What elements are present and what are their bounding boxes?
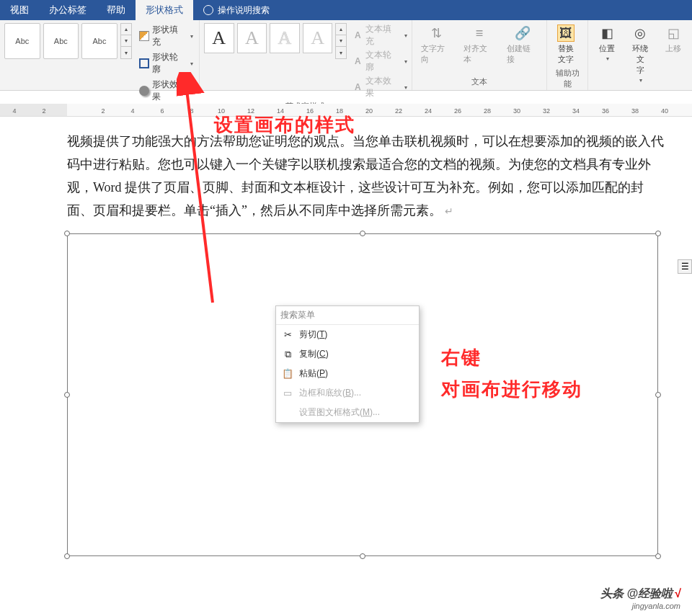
more-icon[interactable]: ▾ [121,47,131,58]
ruler-tick: 8 [190,107,193,115]
annotation-text-1: 设置画布的样式 [214,112,355,138]
wordart-preset-1[interactable]: A [204,23,234,53]
tab-shape-format[interactable]: 形状格式 [136,0,193,20]
align-text-icon: ≡ [471,24,488,42]
checkmark-icon: √ [674,587,680,599]
menu-item-label: 剪切(T) [299,329,327,341]
alt-text-button[interactable]: 🖼替换 文字 [551,23,580,66]
context-menu-item[interactable]: 📋粘贴(P) [276,364,419,383]
menu-item-label: 设置图文框格式(M)... [299,406,380,419]
shape-style-gallery-nav[interactable]: ▴ ▾ ▾ [120,23,132,59]
resize-handle[interactable] [655,231,661,236]
group-label-arrange [593,86,688,89]
text-direction-button[interactable]: ⇅文字方向 [417,23,457,66]
resize-handle[interactable] [64,231,70,236]
group-accessibility: 🖼替换 文字 辅助功能 [547,20,588,90]
align-text-button[interactable]: ≡对齐文本 [459,23,500,66]
context-menu: 搜索菜单 ✂剪切(T)⧉复制(C)📋粘贴(P)▭边框和底纹(B)...设置图文框… [275,305,420,423]
wordart-preset-2[interactable]: A [237,23,267,53]
menu-item-icon: 📋 [282,368,293,380]
context-menu-search[interactable]: 搜索菜单 [276,306,419,325]
chevron-down-icon[interactable]: ▾ [121,35,131,47]
resize-handle[interactable] [360,553,365,559]
shape-fill-button[interactable]: 形状填充▾ [138,23,195,49]
create-link-button[interactable]: 🔗创建链接 [502,23,543,66]
shape-style-preset-1[interactable]: Abc [4,23,40,59]
resize-handle[interactable] [360,231,365,236]
context-menu-item: 设置图文框格式(M)... [276,403,419,422]
chevron-down-icon[interactable]: ▾ [336,35,346,47]
wrap-icon: ◎ [631,24,649,42]
forward-icon: ◱ [665,24,682,42]
tell-me-search[interactable]: 操作说明搜索 [193,0,280,20]
text-fill-icon: A [352,30,363,40]
ruler-tick: 2 [42,107,45,115]
tab-view[interactable]: 视图 [0,0,39,20]
group-label-text: 文本 [417,75,543,89]
text-effect-icon: A [352,82,363,92]
text-direction-icon: ⇅ [428,24,445,42]
position-icon: ◧ [598,24,616,42]
ruler-tick: 30 [513,107,520,115]
ruler-tick: 26 [454,107,461,115]
resize-handle[interactable] [64,392,70,398]
menu-item-icon: ⧉ [282,349,293,360]
tab-office[interactable]: 办公标签 [39,0,97,20]
ruler-tick: 6 [160,107,164,115]
menu-bar: 视图 办公标签 帮助 形状格式 操作说明搜索 [0,0,692,20]
outline-icon [139,58,149,68]
chevron-up-icon[interactable]: ▴ [336,24,346,35]
ruler-tick: 36 [602,107,609,115]
ruler-tick: 24 [425,107,432,115]
group-arrange: ◧位置▾ ◎环绕文 字▾ ◱上移 [588,20,692,90]
group-shape-styles: Abc Abc Abc ▴ ▾ ▾ 形状填充▾ 形状轮廓▾ 形状效果▾ 形状样式 [0,20,200,90]
ruler-tick: 32 [543,107,550,115]
text-effect-button[interactable]: A文本效果▾ [352,75,407,99]
shape-effect-button[interactable]: 形状效果▾ [138,78,195,104]
context-menu-item[interactable]: ⧉复制(C) [276,344,419,364]
ruler-tick: 22 [395,107,402,115]
menu-item-icon: ▭ [282,388,293,399]
ribbon: Abc Abc Abc ▴ ▾ ▾ 形状填充▾ 形状轮廓▾ 形状效果▾ 形状样式… [0,20,692,91]
ruler-tick: 2 [101,107,105,115]
resize-handle[interactable] [64,553,70,559]
ruler-tick: 38 [631,107,639,115]
wordart-preset-4[interactable]: A [303,23,333,53]
ruler-tick: 34 [572,107,580,115]
layout-options-icon: ☰ [681,262,689,272]
chevron-up-icon[interactable]: ▴ [121,24,131,35]
shape-style-preset-3[interactable]: Abc [81,23,117,59]
menu-item-label: 边框和底纹(B)... [299,387,361,399]
tab-help[interactable]: 帮助 [97,0,136,20]
wordart-preset-3[interactable]: A [270,23,300,53]
group-wordart: A A A A ▴ ▾ ▾ A文本填充▾ A文本轮廓▾ A文本效果▾ 艺术字样式 [200,20,412,90]
document-paragraph[interactable]: 视频提供了功能强大的方法帮助您证明您的观点。当您单击联机视频时，可以在想要添加的… [67,130,667,223]
position-button[interactable]: ◧位置▾ [593,23,621,63]
ruler-tick: 4 [12,107,16,115]
bring-forward-button[interactable]: ◱上移 [659,23,688,55]
layout-options-badge[interactable]: ☰ [678,259,692,274]
menu-item-icon [282,407,293,419]
ruler-tick: 40 [661,107,668,115]
text-outline-button[interactable]: A文本轮廓▾ [352,49,407,73]
alt-text-icon: 🖼 [557,24,575,42]
text-outline-icon: A [352,56,363,66]
ruler-tick: 20 [365,107,373,115]
wrap-text-button[interactable]: ◎环绕文 字▾ [624,23,656,85]
watermark: 头条 @经验啦√ jingyanla.com [600,586,680,610]
tell-me-label: 操作说明搜索 [218,4,270,17]
group-label-accessibility: 辅助功能 [551,66,583,91]
context-menu-item: ▭边框和底纹(B)... [276,383,419,403]
annotation-text-2: 右键 对画布进行移动 [441,342,582,405]
bulb-icon [203,5,213,15]
menu-item-icon: ✂ [282,329,293,341]
resize-handle[interactable] [655,553,661,559]
shape-style-preset-2[interactable]: Abc [43,23,79,59]
text-fill-button[interactable]: A文本填充▾ [352,23,407,48]
more-icon[interactable]: ▾ [336,47,346,58]
resize-handle[interactable] [655,392,661,398]
effect-icon [139,86,149,96]
shape-outline-button[interactable]: 形状轮廓▾ [138,50,195,76]
wordart-gallery-nav[interactable]: ▴ ▾ ▾ [335,23,347,59]
context-menu-item[interactable]: ✂剪切(T) [276,325,419,344]
